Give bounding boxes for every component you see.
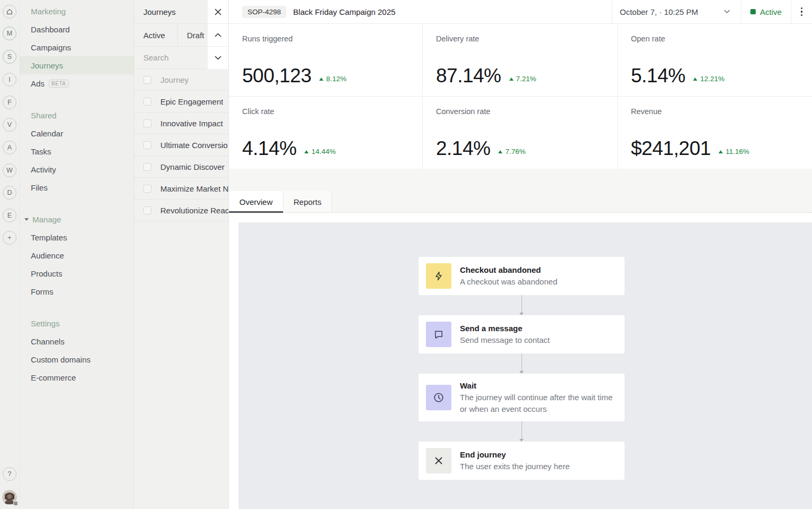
journey-name: Maximize Market N <box>160 184 228 193</box>
workspace-s-button[interactable]: S <box>3 50 16 64</box>
list-item[interactable]: Innovative Impact <box>134 113 228 134</box>
node-desc: Send message to contact <box>460 334 550 346</box>
node-title: Wait <box>460 380 617 392</box>
nav-spacer <box>20 300 134 314</box>
nav-section-settings[interactable]: Settings <box>20 314 134 332</box>
sidebar-item-audience[interactable]: Audience <box>20 246 134 264</box>
journeys-panel: Journeys Active Draft Journey Epic Engag… <box>134 0 228 509</box>
journey-name: Ultimate Conversio <box>160 141 228 150</box>
workspace-f-button[interactable]: F <box>3 96 16 109</box>
workspace-m-button[interactable]: M <box>3 27 16 40</box>
tab-draft[interactable]: Draft <box>178 24 204 46</box>
workspace-d-button[interactable]: D <box>3 186 16 200</box>
tab-active[interactable]: Active <box>134 24 178 46</box>
sidebar-item-ads-label: Ads <box>31 79 45 88</box>
nav-section-shared[interactable]: Shared <box>20 106 134 124</box>
sidebar-item-campaigns[interactable]: Campaigns <box>20 38 134 56</box>
sidebar-item-products[interactable]: Products <box>20 264 134 282</box>
tab-overview[interactable]: Overview <box>229 191 284 212</box>
metric-delta: 12.21% <box>693 75 724 83</box>
journeys-panel-title: Journeys <box>143 7 176 16</box>
workspace-e-button[interactable]: E <box>3 209 16 222</box>
node-title: Send a message <box>460 323 550 334</box>
user-avatar[interactable] <box>2 490 17 505</box>
sidebar-item-files[interactable]: Files <box>20 178 134 196</box>
avatar-status-badge <box>13 501 18 506</box>
more-options-button[interactable] <box>791 0 812 23</box>
metric-delivery-rate: Delivery rate 87.14% 7.21% <box>423 24 618 97</box>
sidebar-item-calendar[interactable]: Calendar <box>20 124 134 142</box>
header-actions: October 7, · 10:25 PM Active <box>612 0 812 23</box>
journey-list-header-row[interactable]: Journey <box>134 69 228 91</box>
nav-section-shared-label: Shared <box>31 111 56 120</box>
sidebar-item-ecommerce[interactable]: E-commerce <box>20 368 134 386</box>
nav-section-marketing[interactable]: Marketing <box>20 2 134 20</box>
workspace-i-button[interactable]: I <box>3 73 16 87</box>
panel-collapse-button[interactable] <box>208 24 228 47</box>
status-badge[interactable]: Active <box>741 0 791 23</box>
delta-up-icon <box>719 150 723 153</box>
sidebar-item-custom-domains[interactable]: Custom domains <box>20 350 134 368</box>
node-desc: A checkout was abandoned <box>460 276 557 288</box>
sidebar-item-campaigns-label: Campaigns <box>31 43 71 52</box>
metric-delta: 7.76% <box>498 148 525 156</box>
sidebar-item-dashboard[interactable]: Dashboard <box>20 20 134 38</box>
journey-checkbox[interactable] <box>143 163 151 171</box>
nav-section-settings-label: Settings <box>31 319 59 328</box>
tab-reports[interactable]: Reports <box>284 191 332 212</box>
sidebar-item-templates[interactable]: Templates <box>20 228 134 246</box>
flow-node-send-message[interactable]: Send a message Send message to contact <box>418 315 625 353</box>
help-button[interactable]: ? <box>3 467 16 481</box>
sidebar-item-activity[interactable]: Activity <box>20 160 134 178</box>
panel-expand-button[interactable] <box>208 47 228 69</box>
list-item[interactable]: Revolutionize Reac <box>134 200 228 221</box>
metric-delta: 14.44% <box>304 148 336 156</box>
message-icon <box>426 322 451 347</box>
journey-checkbox[interactable] <box>143 119 151 127</box>
workspace-w-button[interactable]: W <box>3 163 16 177</box>
chevron-down-icon <box>215 56 221 60</box>
workspace-w-label: W <box>6 167 13 174</box>
journey-checkbox[interactable] <box>143 141 151 149</box>
x-icon <box>426 448 451 473</box>
main-content: SOP-4298 Black Friday Campaign 2025 Octo… <box>228 0 812 509</box>
add-workspace-button[interactable]: + <box>3 231 16 245</box>
caret-down-icon <box>24 218 29 221</box>
journey-name: Innovative Impact <box>160 119 223 128</box>
chevron-up-icon <box>215 33 221 37</box>
delta-up-icon <box>498 150 502 153</box>
sidebar-item-dashboard-label: Dashboard <box>31 25 70 34</box>
select-all-checkbox[interactable] <box>143 76 151 84</box>
metric-runs-triggered: Runs triggered 500,123 8.12% <box>229 24 423 97</box>
sidebar-item-forms[interactable]: Forms <box>20 282 134 300</box>
workspace-a-button[interactable]: A <box>3 141 16 154</box>
list-item[interactable]: Ultimate Conversio <box>134 134 228 156</box>
sidebar-item-tasks[interactable]: Tasks <box>20 142 134 160</box>
journey-checkbox[interactable] <box>143 206 151 214</box>
sidebar-item-journeys[interactable]: Journeys <box>20 56 134 74</box>
metric-value: 4.14% <box>242 139 296 158</box>
metric-value: $241,201 <box>631 139 711 158</box>
workspace-v-button[interactable]: V <box>3 118 16 132</box>
journey-flow-canvas[interactable]: Checkout abandoned A checkout was abando… <box>238 222 812 509</box>
delta-up-icon <box>693 77 697 81</box>
flow-arrow-icon <box>519 421 524 442</box>
panel-close-button[interactable] <box>208 0 228 24</box>
metric-revenue: Revenue $241,201 11.16% <box>618 97 812 169</box>
datetime-dropdown[interactable]: October 7, · 10:25 PM <box>612 0 741 23</box>
flow-node-checkout-abandoned[interactable]: Checkout abandoned A checkout was abando… <box>418 257 625 295</box>
flow-node-end-journey[interactable]: End journey The user exits the journey h… <box>418 442 625 480</box>
sidebar-item-activity-label: Activity <box>31 165 56 174</box>
journey-checkbox[interactable] <box>143 185 151 193</box>
flow-node-wait[interactable]: Wait The journey will continue after the… <box>418 374 625 421</box>
list-item[interactable]: Dynamic Discover <box>134 156 228 178</box>
journey-list-header-label: Journey <box>160 75 189 84</box>
list-item[interactable]: Epic Engagement <box>134 91 228 113</box>
home-button[interactable] <box>3 5 16 19</box>
sidebar-item-channels[interactable]: Channels <box>20 332 134 350</box>
list-item[interactable]: Maximize Market N <box>134 178 228 200</box>
sidebar-item-ads[interactable]: Ads BETA <box>20 74 134 92</box>
journey-checkbox[interactable] <box>143 98 151 106</box>
metric-label: Click rate <box>242 107 412 116</box>
nav-section-manage[interactable]: Manage <box>20 210 134 228</box>
